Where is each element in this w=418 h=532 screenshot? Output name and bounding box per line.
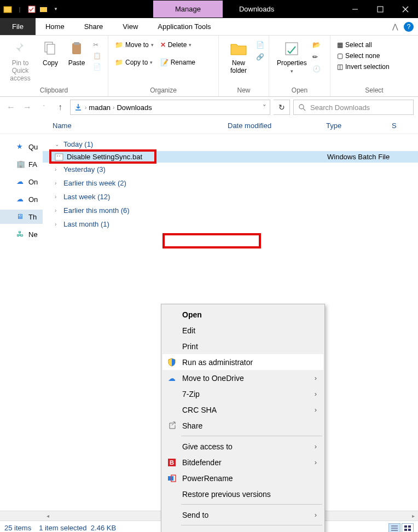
qat-newfolder-icon[interactable] — [39, 5, 48, 14]
ctx-bitdefender[interactable]: BBitdefender› — [162, 454, 323, 470]
context-tab-manage[interactable]: Manage — [153, 1, 223, 18]
copy-path-button[interactable]: 📋 — [91, 51, 103, 61]
chevron-right-icon: › — [55, 207, 60, 213]
chevron-right-icon: › — [315, 390, 317, 398]
group-select-label: Select — [335, 86, 414, 95]
group-this-week[interactable]: ›Earlier this week (2) — [43, 176, 418, 190]
ctx-cut[interactable]: Cut — [162, 528, 323, 532]
up-button[interactable]: ↑ — [54, 101, 67, 114]
copy-to-button[interactable]: 📁Copy to▾ — [113, 57, 156, 67]
app-icon — [3, 5, 12, 14]
scroll-right-icon[interactable]: ▸ — [408, 513, 418, 519]
pin-to-quick-access-button[interactable]: Pin to Quick access — [4, 38, 36, 84]
separator — [181, 504, 322, 505]
search-input[interactable]: Search Downloads — [293, 100, 414, 115]
select-none-button[interactable]: ▢Select none — [335, 51, 392, 61]
tab-share[interactable]: Share — [74, 18, 113, 35]
chevron-right-icon[interactable]: › — [113, 105, 114, 111]
copy-button[interactable]: Copy — [38, 38, 62, 70]
bat-file-icon — [55, 153, 63, 161]
copy-icon — [42, 40, 59, 57]
scroll-left-icon[interactable]: ◂ — [43, 513, 53, 519]
ctx-powerrename[interactable]: PowerRename — [162, 470, 323, 486]
copy-path-icon: 📋 — [93, 52, 101, 60]
paste-button[interactable]: Paste — [65, 38, 89, 70]
properties-button[interactable]: Properties ▾ — [274, 38, 310, 76]
ctx-give-access[interactable]: Give access to› — [162, 438, 323, 454]
tab-application-tools[interactable]: Application Tools — [148, 18, 220, 35]
breadcrumb-seg[interactable]: madan — [89, 103, 111, 112]
nav-quick-access[interactable]: ★Qu — [0, 140, 43, 154]
ctx-open[interactable]: Open — [162, 307, 323, 322]
breadcrumb-dropdown-icon[interactable]: ˅ — [263, 103, 266, 112]
rename-button[interactable]: 📝Rename — [158, 57, 198, 67]
ctx-share[interactable]: Share — [162, 418, 323, 433]
select-all-button[interactable]: ▦Select all — [335, 40, 392, 50]
refresh-button[interactable]: ↻ — [274, 100, 290, 115]
bitdefender-icon: B — [166, 459, 178, 466]
ctx-7zip[interactable]: 7-Zip› — [162, 386, 323, 402]
cut-button[interactable]: ✂ — [91, 40, 103, 50]
breadcrumb-seg[interactable]: Downloads — [117, 103, 152, 112]
ctx-edit[interactable]: Edit — [162, 322, 323, 338]
tab-home[interactable]: Home — [36, 18, 74, 35]
open-icon[interactable]: 📂 — [312, 41, 321, 49]
cloud-icon: ☁ — [166, 374, 178, 383]
nav-this-pc[interactable]: 🖥Th — [0, 210, 43, 224]
ctx-run-as-admin[interactable]: Run as administrator — [162, 354, 323, 370]
breadcrumb[interactable]: › madan › Downloads ˅ — [70, 100, 270, 115]
edit-icon[interactable]: ✏ — [312, 53, 321, 61]
svg-point-13 — [57, 155, 58, 157]
back-button[interactable]: ← — [4, 101, 18, 114]
qat-properties-icon[interactable] — [27, 5, 36, 14]
file-name: Disable SettingSync.bat — [67, 153, 142, 161]
group-yesterday[interactable]: ›Yesterday (3) — [43, 163, 418, 176]
recent-dropdown[interactable]: ˅ — [37, 101, 50, 114]
svg-line-11 — [303, 108, 305, 111]
svg-rect-8 — [74, 42, 79, 45]
easy-access-icon[interactable]: 🔗 — [256, 53, 264, 61]
group-open-label: Open — [274, 86, 326, 95]
nav-item[interactable]: 🏢FA — [0, 157, 43, 171]
svg-rect-0 — [4, 7, 11, 13]
invert-selection-button[interactable]: ◫Invert selection — [335, 62, 392, 72]
group-last-week[interactable]: ›Last week (12) — [43, 190, 418, 204]
column-date[interactable]: Date modified — [228, 122, 326, 130]
nav-network[interactable]: 🖧Ne — [0, 227, 43, 241]
nav-onedrive[interactable]: ☁On — [0, 175, 43, 189]
tab-file[interactable]: File — [0, 18, 36, 35]
chevron-right-icon: › — [315, 442, 317, 450]
maximize-button[interactable] — [368, 0, 393, 18]
delete-button[interactable]: ✕Delete▾ — [158, 40, 198, 50]
minimize-button[interactable] — [342, 0, 368, 18]
new-folder-button[interactable]: New folder — [223, 38, 254, 77]
paste-shortcut-button[interactable]: 📄 — [91, 62, 103, 72]
ctx-restore-versions[interactable]: Restore previous versions — [162, 486, 323, 502]
move-to-button[interactable]: 📁Move to▾ — [113, 40, 156, 50]
new-item-icon[interactable]: 📄 — [256, 41, 264, 49]
nav-onedrive[interactable]: ☁On — [0, 192, 43, 206]
details-view-button[interactable] — [388, 523, 400, 533]
tab-view[interactable]: View — [113, 18, 148, 35]
large-icons-view-button[interactable] — [402, 523, 414, 533]
ctx-print[interactable]: Print — [162, 338, 323, 354]
close-button[interactable] — [393, 0, 418, 18]
file-row-selected[interactable]: Disable SettingSync.bat Windows Batch Fi… — [43, 151, 418, 163]
ctx-move-onedrive[interactable]: ☁Move to OneDrive› — [162, 370, 323, 386]
ctx-send-to[interactable]: Send to› — [162, 507, 323, 523]
column-name[interactable]: Name — [53, 122, 228, 130]
ribbon-collapse-icon[interactable]: ⋀ — [392, 18, 404, 35]
column-size[interactable]: S — [392, 122, 418, 130]
forward-button[interactable]: → — [21, 101, 34, 114]
history-icon[interactable]: 🕘 — [312, 65, 321, 73]
group-last-month[interactable]: ›Last month (1) — [43, 217, 418, 231]
qat-dropdown-icon[interactable]: ▼ — [51, 5, 60, 14]
group-this-month[interactable]: ›Earlier this month (6) — [43, 204, 418, 217]
chevron-right-icon[interactable]: › — [85, 105, 86, 111]
help-icon[interactable]: ? — [404, 22, 414, 32]
column-type[interactable]: Type — [326, 122, 392, 130]
ctx-crc-sha[interactable]: CRC SHA› — [162, 402, 323, 418]
group-today[interactable]: ⌄Today (1) — [43, 137, 418, 151]
share-icon — [166, 421, 178, 430]
group-clipboard-label: Clipboard — [4, 86, 103, 95]
